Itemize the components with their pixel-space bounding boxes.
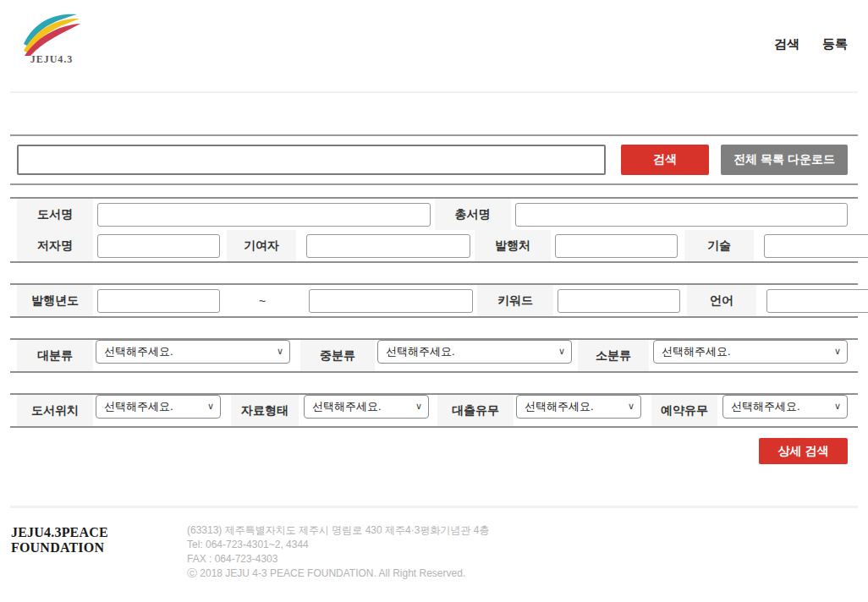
sub-category-select-value: 선택해주세요. (662, 344, 731, 359)
form-row-year: 발행년도 ~ 키워드 언어 (17, 285, 848, 316)
main-search-input[interactable] (17, 145, 606, 175)
contributor-input[interactable] (306, 234, 470, 258)
description-input[interactable] (764, 234, 868, 258)
chevron-down-icon: ∨ (277, 347, 283, 356)
detail-search-row: 상세 검색 (0, 438, 848, 464)
top-nav: 검색 등록 (774, 36, 848, 52)
author-label: 저자명 (17, 230, 93, 261)
form-row-author: 저자명 기여자 발행처 기술 (17, 230, 848, 261)
series-title-input[interactable] (515, 203, 849, 227)
year-range-separator: ~ (220, 294, 305, 308)
author-input[interactable] (97, 234, 220, 258)
detail-search-button[interactable]: 상세 검색 (759, 438, 848, 464)
form-row-title: 도서명 총서명 (17, 199, 848, 230)
footer-tel: Tel: 064-723-4301~2, 4344 (187, 538, 489, 552)
loan-status-select-value: 선택해주세요. (525, 399, 594, 414)
book-location-select[interactable]: 선택해주세요. ∨ (96, 395, 221, 419)
nav-search-link[interactable]: 검색 (774, 36, 799, 52)
middle-category-label: 중분류 (300, 340, 375, 371)
footer: JEJU4.3PEACE FOUNDATION (63313) 제주특별자치도 … (11, 523, 858, 581)
header: JEJU4.3 검색 등록 (0, 0, 868, 93)
chevron-down-icon: ∨ (207, 402, 214, 411)
footer-divider (10, 506, 858, 508)
search-bar-section: 검색 전체 목록 다운로드 (10, 134, 858, 185)
footer-info: (63313) 제주특별자치도 제주시 명림로 430 제주4·3평화기념관 4… (187, 523, 489, 581)
material-type-select-value: 선택해주세요. (312, 399, 382, 414)
language-label: 언어 (687, 285, 756, 316)
download-full-list-button[interactable]: 전체 목록 다운로드 (721, 145, 848, 175)
material-type-label: 자료형태 (231, 395, 299, 426)
keyword-input[interactable] (558, 289, 680, 313)
contributor-label: 기여자 (227, 230, 296, 261)
book-location-label: 도서위치 (17, 395, 93, 426)
sub-category-select[interactable]: 선택해주세요. ∨ (653, 340, 848, 364)
logo-wordmark: JEJU4.3 (21, 53, 82, 66)
material-type-select[interactable]: 선택해주세요. ∨ (304, 395, 429, 419)
major-category-label: 대분류 (17, 340, 93, 371)
pub-year-from-input[interactable] (97, 289, 220, 313)
reservation-status-select-value: 선택해주세요. (731, 399, 800, 414)
form-table-status: 도서위치 선택해주세요. ∨ 자료형태 선택해주세요. ∨ 대출유무 선택해주세… (10, 393, 858, 428)
header-divider (10, 91, 858, 93)
major-category-select[interactable]: 선택해주세요. ∨ (96, 340, 290, 364)
book-location-select-value: 선택해주세요. (104, 399, 173, 414)
major-category-select-value: 선택해주세요. (104, 344, 173, 359)
pub-year-label: 발행년도 (17, 285, 93, 316)
form-table-titles: 도서명 총서명 저자명 기여자 발행처 기술 (10, 197, 858, 263)
form-row-categories: 대분류 선택해주세요. ∨ 중분류 선택해주세요. ∨ 소분류 선택해주세요. … (17, 340, 848, 371)
page: JEJU4.3 검색 등록 검색 전체 목록 다운로드 도서명 총서명 저자명 (0, 0, 868, 602)
form-table-year: 발행년도 ~ 키워드 언어 (10, 283, 858, 318)
pub-year-to-input[interactable] (309, 289, 473, 313)
loan-status-label: 대출유무 (437, 395, 514, 426)
logo-swoosh-icon (21, 12, 82, 56)
form-row-status: 도서위치 선택해주세요. ∨ 자료형태 선택해주세요. ∨ 대출유무 선택해주세… (17, 395, 848, 426)
search-button[interactable]: 검색 (621, 145, 709, 175)
reservation-status-select[interactable]: 선택해주세요. ∨ (722, 395, 848, 419)
reservation-status-label: 예약유무 (651, 395, 717, 426)
footer-copyright: ⓒ 2018 JEJU 4-3 PEACE FOUNDATION. All Ri… (187, 566, 489, 581)
chevron-down-icon: ∨ (415, 402, 422, 411)
chevron-down-icon: ∨ (834, 402, 841, 411)
sub-category-label: 소분류 (578, 340, 649, 371)
language-input[interactable] (766, 289, 868, 313)
middle-category-select[interactable]: 선택해주세요. ∨ (377, 340, 572, 364)
chevron-down-icon: ∨ (628, 402, 635, 411)
jeju43-logo[interactable]: JEJU4.3 (21, 12, 82, 66)
chevron-down-icon: ∨ (558, 347, 565, 356)
form-table-categories: 대분류 선택해주세요. ∨ 중분류 선택해주세요. ∨ 소분류 선택해주세요. … (10, 338, 858, 373)
description-label: 기술 (684, 230, 754, 261)
footer-address: (63313) 제주특별자치도 제주시 명림로 430 제주4·3평화기념관 4… (187, 523, 489, 538)
keyword-label: 키워드 (477, 285, 553, 316)
footer-fax: FAX : 064-723-4303 (187, 552, 489, 566)
footer-logo: JEJU4.3PEACE FOUNDATION (11, 523, 187, 581)
loan-status-select[interactable]: 선택해주세요. ∨ (516, 395, 641, 419)
publisher-label: 발행처 (475, 230, 551, 261)
book-title-input[interactable] (97, 203, 431, 227)
publisher-input[interactable] (555, 234, 678, 258)
book-title-label: 도서명 (17, 199, 93, 230)
nav-register-link[interactable]: 등록 (822, 36, 848, 52)
middle-category-select-value: 선택해주세요. (386, 344, 455, 359)
series-title-label: 총서명 (435, 199, 511, 230)
chevron-down-icon: ∨ (834, 347, 841, 356)
